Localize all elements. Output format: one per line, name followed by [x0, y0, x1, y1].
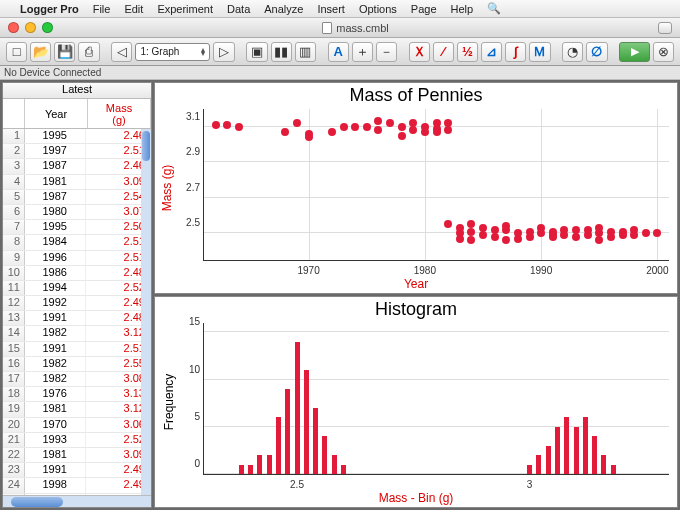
cell-year[interactable]: 1970 — [25, 418, 86, 432]
cell-year[interactable]: 1986 — [25, 266, 86, 280]
zoom-window-button[interactable] — [42, 22, 53, 33]
menu-edit[interactable]: Edit — [124, 3, 143, 15]
examine-icon[interactable]: Ｘ — [409, 42, 430, 62]
stats-icon[interactable]: ∫ — [505, 42, 526, 62]
data-point[interactable] — [340, 123, 348, 131]
linear-fit-icon[interactable]: Ｍ — [529, 42, 550, 62]
data-point[interactable] — [630, 226, 638, 234]
data-point[interactable] — [444, 119, 452, 127]
table-row[interactable]: 20 1970 3.06 — [3, 418, 151, 433]
data-point[interactable] — [398, 123, 406, 131]
autoscale-icon[interactable]: A — [328, 42, 349, 62]
scatter-chart-panel[interactable]: Mass of Pennies Mass (g) 2.52.72.93.1197… — [154, 82, 678, 294]
cell-year[interactable]: 1976 — [25, 387, 86, 401]
data-point[interactable] — [456, 235, 464, 243]
minimize-window-button[interactable] — [25, 22, 36, 33]
cell-year[interactable]: 1998 — [25, 478, 86, 492]
data-point[interactable] — [653, 229, 661, 237]
menu-help[interactable]: Help — [451, 3, 474, 15]
app-menu[interactable]: Logger Pro — [20, 3, 79, 15]
histogram-bar[interactable] — [313, 408, 318, 474]
histogram-bar[interactable] — [583, 417, 588, 474]
menu-insert[interactable]: Insert — [317, 3, 345, 15]
data-point[interactable] — [514, 235, 522, 243]
table-row[interactable]: 19 1981 3.12 — [3, 402, 151, 417]
menu-file[interactable]: File — [93, 3, 111, 15]
dataset-header[interactable]: Latest — [3, 83, 151, 99]
table-row[interactable]: 22 1981 3.09 — [3, 448, 151, 463]
cell-year[interactable]: 1982 — [25, 326, 86, 340]
data-point[interactable] — [235, 123, 243, 131]
table-row[interactable]: 17 1982 3.08 — [3, 372, 151, 387]
histogram-panel[interactable]: Histogram Frequency 0510152.53 Mass - Bi… — [154, 296, 678, 508]
menu-experiment[interactable]: Experiment — [157, 3, 213, 15]
data-point[interactable] — [398, 132, 406, 140]
data-point[interactable] — [281, 128, 289, 136]
data-point[interactable] — [537, 224, 545, 232]
histogram-x-label[interactable]: Mass - Bin (g) — [379, 491, 454, 505]
zoom-out-icon[interactable]: － — [376, 42, 397, 62]
data-point[interactable] — [572, 233, 580, 241]
histogram-plot-area[interactable]: 0510152.53 — [203, 323, 669, 475]
histogram-bar[interactable] — [564, 417, 569, 474]
cell-year[interactable]: 1991 — [25, 311, 86, 325]
page-selector[interactable]: 1: Graph▴▾ — [135, 43, 210, 61]
data-point[interactable] — [502, 236, 510, 244]
cell-year[interactable]: 1981 — [25, 175, 86, 189]
cell-year[interactable]: 1981 — [25, 402, 86, 416]
histogram-bar[interactable] — [592, 436, 597, 474]
horizontal-scrollbar[interactable] — [3, 495, 151, 507]
data-browser-icon[interactable]: ▥ — [295, 42, 316, 62]
histogram-bar[interactable] — [601, 455, 606, 474]
integral-icon[interactable]: ⊿ — [481, 42, 502, 62]
data-point[interactable] — [363, 123, 371, 131]
table-row[interactable]: 5 1987 2.54 — [3, 190, 151, 205]
histogram-bar[interactable] — [341, 465, 346, 474]
half-icon[interactable]: ½ — [457, 42, 478, 62]
menu-options[interactable]: Options — [359, 3, 397, 15]
data-collection-icon[interactable]: ▣ — [246, 42, 267, 62]
store-latest-icon[interactable]: ▮▮ — [271, 42, 292, 62]
cell-year[interactable]: 1995 — [25, 220, 86, 234]
data-point[interactable] — [456, 224, 464, 232]
histogram-bar[interactable] — [295, 342, 300, 474]
data-point[interactable] — [467, 228, 475, 236]
table-row[interactable]: 14 1982 3.12 — [3, 326, 151, 341]
zero-icon[interactable]: ∅ — [586, 42, 607, 62]
cell-year[interactable]: 1991 — [25, 463, 86, 477]
data-point[interactable] — [549, 231, 557, 239]
print-icon[interactable]: ⎙ — [78, 42, 99, 62]
cell-year[interactable]: 1980 — [25, 205, 86, 219]
data-point[interactable] — [479, 231, 487, 239]
data-point[interactable] — [409, 126, 417, 134]
histogram-bar[interactable] — [611, 465, 616, 474]
scatter-plot-area[interactable]: 2.52.72.93.11970198019902000 — [203, 109, 669, 261]
histogram-bar[interactable] — [332, 455, 337, 474]
data-point[interactable] — [351, 123, 359, 131]
menu-page[interactable]: Page — [411, 3, 437, 15]
cell-year[interactable]: 1987 — [25, 159, 86, 173]
cell-year[interactable]: 1993 — [25, 433, 86, 447]
menu-data[interactable]: Data — [227, 3, 250, 15]
data-point[interactable] — [212, 121, 220, 129]
table-row[interactable]: 8 1984 2.51 — [3, 235, 151, 250]
histogram-bar[interactable] — [257, 455, 262, 474]
cell-year[interactable]: 1994 — [25, 281, 86, 295]
cell-year[interactable]: 1992 — [25, 296, 86, 310]
next-page-icon[interactable]: ▷ — [213, 42, 234, 62]
collect-button[interactable]: ▶ — [619, 42, 650, 62]
menubar[interactable]: Logger Pro File Edit Experiment Data Ana… — [0, 0, 680, 18]
histogram-bar[interactable] — [239, 465, 244, 474]
table-row[interactable]: 16 1982 2.55 — [3, 357, 151, 372]
cell-year[interactable]: 1981 — [25, 448, 86, 462]
menu-analyze[interactable]: Analyze — [264, 3, 303, 15]
histogram-bar[interactable] — [527, 465, 532, 474]
cell-year[interactable]: 1996 — [25, 251, 86, 265]
zoom-in-icon[interactable]: ＋ — [352, 42, 373, 62]
vertical-scrollbar[interactable] — [141, 129, 151, 495]
column-header-year[interactable]: Year — [25, 99, 88, 128]
y-axis-label[interactable]: Mass (g) — [160, 165, 174, 212]
table-row[interactable]: 7 1995 2.50 — [3, 220, 151, 235]
data-point[interactable] — [293, 119, 301, 127]
data-point[interactable] — [595, 236, 603, 244]
